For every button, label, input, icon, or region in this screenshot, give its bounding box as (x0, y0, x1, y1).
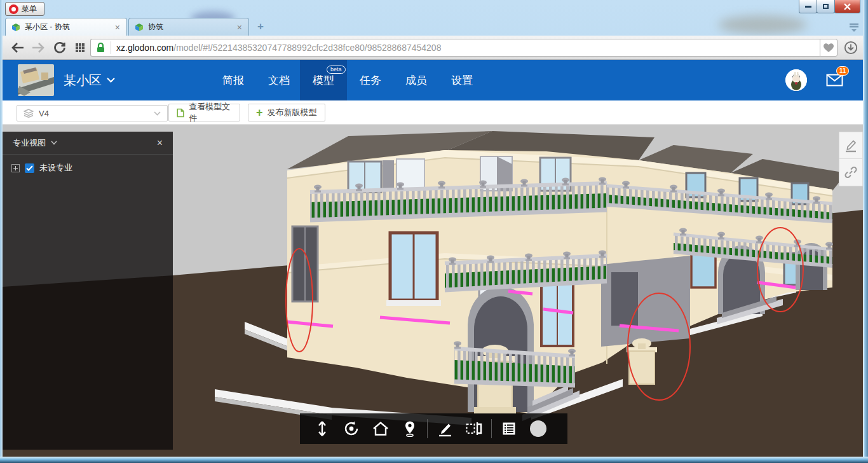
new-tab-button[interactable]: + (254, 20, 268, 33)
edit-pencil-icon (844, 139, 858, 153)
nav-item-briefing[interactable]: 简报 (211, 60, 255, 100)
tab-xiezhu[interactable]: 协筑 × (128, 18, 249, 36)
fit-view-button[interactable] (308, 413, 337, 444)
mail-button[interactable]: 11 (826, 69, 855, 92)
nav-item-settings[interactable]: 设置 (440, 60, 484, 100)
chevron-down-icon (154, 111, 161, 116)
opera-menu-button[interactable]: 菜单 (5, 2, 44, 16)
close-window-icon (843, 3, 851, 10)
panel-header: 专业视图 × (3, 132, 173, 155)
window-frame-left (0, 0, 3, 463)
window-frame-right (863, 0, 868, 463)
mail-count-badge: 11 (836, 66, 849, 76)
view-model-files-label: 查看模型文件 (189, 101, 232, 124)
minimize-button[interactable] (799, 0, 817, 13)
tab-menu-icon (848, 22, 860, 32)
nav-label: 简报 (222, 73, 244, 88)
section-box-icon (465, 421, 483, 436)
reload-icon (53, 41, 66, 54)
heart-icon (823, 43, 834, 53)
downloads-button[interactable] (841, 39, 860, 57)
walkthrough-button[interactable] (395, 413, 424, 444)
orbit-icon (343, 420, 360, 437)
project-thumbnail[interactable] (18, 64, 54, 96)
version-select[interactable]: V4 (17, 105, 168, 121)
tab-title: 协筑 (148, 22, 236, 32)
project-title: 某小区 (64, 72, 102, 89)
toolbar-divider (491, 419, 492, 438)
user-avatar[interactable] (785, 69, 807, 91)
fit-vertical-icon (315, 420, 330, 437)
url-text: xz.glodon.com/model/#!/52214385320747788… (116, 43, 441, 53)
sphere-icon (529, 419, 548, 438)
view-toolbar (300, 413, 567, 444)
maximize-icon (823, 4, 829, 9)
home-icon (372, 421, 389, 436)
share-link-button[interactable] (839, 159, 863, 186)
view-model-files-button[interactable]: 查看模型文件 (168, 104, 240, 121)
display-mode-button[interactable] (524, 413, 553, 444)
nav-item-documents[interactable]: 文档 (257, 60, 301, 100)
reload-button[interactable] (51, 39, 69, 57)
nav-item-tasks[interactable]: 任务 (348, 60, 393, 100)
tree-expand-icon[interactable] (11, 164, 20, 172)
tab-close-icon[interactable]: × (114, 22, 121, 32)
nav-item-members[interactable]: 成员 (394, 60, 438, 100)
model-toolbar: V4 查看模型文件 + 发布新版模型 (3, 100, 863, 125)
project-thumbnail-image (18, 64, 54, 96)
app-header: 某小区 简报 文档 模型 beta 任务 成员 设置 (3, 60, 863, 100)
back-icon (11, 42, 25, 53)
version-value: V4 (39, 109, 149, 118)
panel-title: 专业视图 (13, 137, 46, 149)
nav-label: 模型 (313, 73, 334, 88)
speed-dial-button[interactable] (71, 39, 89, 57)
nav-label: 设置 (451, 73, 473, 88)
maximize-button[interactable] (817, 0, 835, 13)
project-title-dropdown[interactable]: 某小区 (64, 60, 115, 100)
chevron-down-icon[interactable] (51, 141, 57, 145)
window-frame-bottom (0, 457, 868, 463)
layers-icon (24, 109, 34, 118)
minimize-icon (805, 6, 811, 8)
tab-title: 某小区 - 协筑 (25, 22, 114, 32)
nav-label: 文档 (268, 73, 290, 88)
address-bar: xz.glodon.com/model/#!/52214385320747788… (3, 36, 863, 60)
toolbar-divider (427, 419, 428, 438)
markup-pencil-icon (437, 420, 453, 437)
tab-menu-button[interactable] (848, 22, 860, 32)
section-button[interactable] (459, 413, 489, 444)
tree-item-unassigned[interactable]: 未设专业 (3, 155, 173, 181)
annotate-button[interactable] (839, 132, 863, 159)
plus-icon: + (256, 107, 263, 118)
discipline-view-panel: 专业视图 × 未设专业 (3, 132, 173, 450)
opera-menu-label: 菜单 (22, 4, 37, 15)
home-view-button[interactable] (366, 413, 395, 444)
browser-window: 菜单 某小区 - 协筑 × 协筑 × + (0, 0, 868, 463)
speed-dial-grid-icon (75, 43, 85, 53)
tab-close-icon[interactable]: × (236, 22, 243, 32)
beta-badge: beta (327, 66, 346, 74)
tree-checkbox[interactable] (25, 163, 34, 173)
markup-button[interactable] (430, 413, 459, 444)
url-path: /model/#!/52214385320747788992cfc2d38fce… (173, 43, 441, 53)
panel-close-icon[interactable]: × (157, 137, 163, 149)
model-list-button[interactable] (494, 413, 524, 444)
bookmark-heart-button[interactable] (820, 39, 837, 57)
nav-label: 成员 (405, 73, 427, 88)
chevron-down-icon (107, 78, 115, 83)
close-window-button[interactable] (834, 0, 860, 13)
publish-model-button[interactable]: + 发布新版模型 (248, 104, 325, 121)
forward-icon (31, 42, 45, 53)
list-icon (501, 421, 517, 436)
nav-item-model[interactable]: 模型 beta (300, 60, 347, 100)
tab-bar: 某小区 - 协筑 × 协筑 × + (0, 18, 868, 36)
location-pin-icon (402, 420, 417, 437)
url-domain: xz.glodon.com (116, 43, 173, 53)
model-viewport[interactable]: 专业视图 × 未设专业 (3, 125, 863, 457)
back-button[interactable] (9, 39, 27, 57)
orbit-button[interactable] (337, 413, 366, 444)
tab-project[interactable]: 某小区 - 协筑 × (5, 18, 127, 36)
forward-button[interactable] (29, 39, 47, 57)
file-icon (177, 107, 184, 118)
url-field[interactable]: xz.glodon.com/model/#!/52214385320747788… (90, 39, 820, 57)
